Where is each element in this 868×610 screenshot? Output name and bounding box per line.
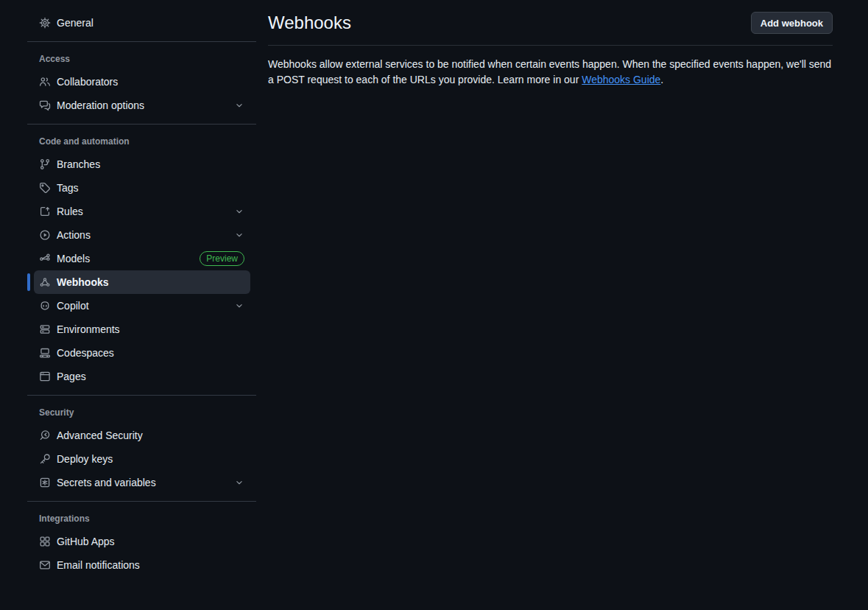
sidebar-section-code-and-automation: Code and automationBranchesTagsRulesActi… (27, 130, 256, 388)
sidebar-item-environments[interactable]: Environments (34, 318, 250, 341)
section-header-access: Access (27, 48, 256, 70)
sidebar-item-label: Webhooks (57, 276, 244, 288)
sidebar-item-models[interactable]: ModelsPreview (34, 247, 250, 270)
server-stack-icon (39, 323, 51, 335)
sidebar-item-label: Rules (57, 206, 228, 217)
sidebar-item-label: Actions (57, 229, 228, 241)
sidebar-item-secrets-and-variables[interactable]: Secrets and variables (34, 471, 250, 494)
sidebar-item-rules[interactable]: Rules (34, 200, 250, 223)
sidebar-item-label: Secrets and variables (57, 477, 228, 488)
sidebar-item-codespaces[interactable]: Codespaces (34, 341, 250, 365)
ai-model-icon (39, 253, 51, 264)
sidebar-item-label: Collaborators (57, 76, 244, 88)
sidebar-item-label: Deploy keys (57, 453, 244, 465)
comment-discussion-icon (39, 99, 51, 111)
sidebar-item-label: Branches (57, 158, 244, 170)
git-branch-icon (39, 158, 51, 170)
sidebar-item-deploy-keys[interactable]: Deploy keys (34, 447, 250, 471)
sidebar-item-pages[interactable]: Pages (34, 365, 250, 388)
main-content: Webhooks Add webhook Webhooks allow exte… (268, 0, 833, 610)
sidebar-divider (27, 395, 256, 396)
grid-apps-icon (39, 536, 51, 547)
play-circle-icon (39, 229, 51, 241)
sidebar-section-top: General (27, 11, 256, 35)
sidebar-divider (27, 41, 256, 42)
webhooks-description: Webhooks allow external services to be n… (268, 57, 833, 88)
section-header-integrations: Integrations (27, 508, 256, 530)
sidebar-item-label: Codespaces (57, 347, 244, 359)
chevron-down-icon (234, 206, 244, 217)
sidebar-item-advanced-security[interactable]: Advanced Security (34, 424, 250, 447)
sidebar-item-label: GitHub Apps (57, 536, 244, 547)
sidebar-item-email-notifications[interactable]: Email notifications (34, 553, 250, 577)
copilot-icon (39, 300, 51, 312)
sidebar-section-integrations: IntegrationsGitHub AppsEmail notificatio… (27, 508, 256, 577)
webhooks-guide-link[interactable]: Webhooks Guide (582, 74, 660, 85)
chevron-down-icon (234, 230, 244, 240)
sidebar-item-branches[interactable]: Branches (34, 152, 250, 176)
add-webhook-button[interactable]: Add webhook (751, 12, 833, 34)
page-header: Webhooks Add webhook (268, 11, 833, 46)
sidebar-section-access: AccessCollaboratorsModeration options (27, 48, 256, 117)
chevron-down-icon (234, 477, 244, 488)
sidebar-item-label: Advanced Security (57, 430, 244, 441)
rules-icon (39, 206, 51, 217)
asterisk-box-icon (39, 477, 51, 488)
section-header-code-and-automation: Code and automation (27, 130, 256, 152)
sidebar-item-general[interactable]: General (34, 11, 250, 35)
sidebar-item-label: Copilot (57, 300, 228, 312)
chevron-down-icon (234, 100, 244, 111)
sidebar-item-label: Tags (57, 182, 244, 194)
description-text-before-link: Webhooks allow external services to be n… (268, 58, 831, 85)
sidebar-item-actions[interactable]: Actions (34, 223, 250, 247)
sidebar-item-label: General (57, 17, 244, 29)
sidebar-section-security: SecurityAdvanced SecurityDeploy keysSecr… (27, 402, 256, 494)
repository-settings-page: GeneralAccessCollaboratorsModeration opt… (0, 0, 868, 610)
chevron-down-icon (234, 301, 244, 311)
sidebar-item-copilot[interactable]: Copilot (34, 294, 250, 318)
preview-badge: Preview (200, 251, 244, 266)
settings-sidebar: GeneralAccessCollaboratorsModeration opt… (27, 0, 256, 610)
codescan-icon (39, 430, 51, 441)
sidebar-divider (27, 124, 256, 125)
key-icon (39, 453, 51, 465)
people-icon (39, 76, 51, 88)
codespace-monitor-icon (39, 347, 51, 359)
sidebar-item-github-apps[interactable]: GitHub Apps (34, 530, 250, 553)
sidebar-divider (27, 501, 256, 502)
sidebar-item-collaborators[interactable]: Collaborators (34, 70, 250, 94)
sidebar-item-moderation-options[interactable]: Moderation options (34, 94, 250, 117)
selected-indicator (27, 273, 30, 291)
sidebar-item-tags[interactable]: Tags (34, 176, 250, 200)
section-header-security: Security (27, 402, 256, 424)
page-title: Webhooks (268, 11, 351, 34)
sidebar-item-label: Moderation options (57, 99, 228, 111)
sidebar-item-label: Pages (57, 371, 244, 382)
sidebar-item-label: Models (57, 253, 194, 264)
sidebar-item-webhooks[interactable]: Webhooks (34, 270, 250, 294)
webhook-icon (39, 276, 51, 288)
mail-icon (39, 559, 51, 571)
sidebar-item-label: Environments (57, 323, 244, 335)
tag-icon (39, 182, 51, 194)
sidebar-item-label: Email notifications (57, 559, 244, 571)
gear-icon (39, 17, 51, 29)
description-text-after-link: . (660, 74, 663, 85)
browser-window-icon (39, 371, 51, 382)
